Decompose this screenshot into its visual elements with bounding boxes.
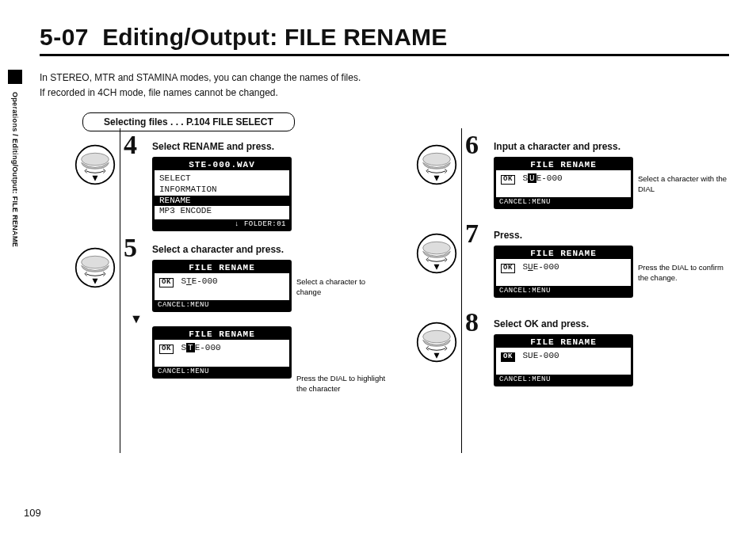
dial-icon <box>416 233 457 274</box>
lcd-footer: ↓ FOLDER:01 <box>155 219 289 229</box>
step-title: Select RENAME and press. <box>152 141 388 152</box>
step-7: 7 Press. FILE RENAME OK SUE-000 CANCEL:M… <box>416 225 729 314</box>
lcd-screen: FILE RENAME OK STE-000 CANCEL:MENU <box>152 326 292 379</box>
lcd-screen: FILE RENAME OK SUE-000 CANCEL:MENU <box>494 246 633 298</box>
lcd-value: OK STE-000 <box>159 276 284 287</box>
lcd-screen: STE-000.WAV SELECT INFORMATION RENAME MP… <box>152 157 292 231</box>
down-arrow-icon: ▼ <box>130 312 388 326</box>
lcd-title: STE-000.WAV <box>155 159 289 170</box>
intro-text: In STEREO, MTR and STAMINA modes, you ca… <box>40 70 729 100</box>
lcd-footer: CANCEL:MENU <box>496 197 631 207</box>
lcd-value: OK STE-000 <box>159 343 284 354</box>
ok-tag: OK <box>501 175 515 185</box>
column-left: 4 Select RENAME and press. STE-000.WAV S… <box>74 133 388 445</box>
page-title: 5-07 Editing/Output: FILE RENAME <box>40 24 729 56</box>
side-tab-marker <box>8 70 22 84</box>
lcd-screen: FILE RENAME OK SUE-000 CANCEL:MENU <box>494 334 633 386</box>
menu-item: SELECT <box>159 173 284 185</box>
step-5: 5 Select a character and press. FILE REN… <box>74 239 388 445</box>
ok-tag: OK <box>159 278 174 287</box>
step-6: 6 Input a character and press. FILE RENA… <box>416 136 729 225</box>
page-number: 109 <box>24 507 41 519</box>
dial-icon <box>74 247 116 288</box>
step-title: Select OK and press. <box>494 318 729 329</box>
lcd-footer: CANCEL:MENU <box>496 286 631 295</box>
lcd-title: FILE RENAME <box>155 329 289 340</box>
lcd-title: FILE RENAME <box>496 248 631 259</box>
step-number: 8 <box>465 309 479 336</box>
lcd-title: FILE RENAME <box>496 337 631 348</box>
step-number: 6 <box>465 131 479 158</box>
column-right: 6 Input a character and press. FILE RENA… <box>416 133 729 445</box>
side-tab-label: Operations / Editing/Output: FILE RENAME <box>11 87 19 247</box>
lcd-screen: FILE RENAME OK STE-000 CANCEL:MENU <box>152 260 292 312</box>
menu-item: INFORMATION <box>159 185 284 196</box>
lcd-footer: CANCEL:MENU <box>155 367 289 376</box>
ok-tag: OK <box>501 264 515 273</box>
dial-icon <box>416 144 457 185</box>
ok-tag: OK <box>159 345 174 354</box>
step-title: Press. <box>494 230 729 241</box>
section-number: 5-07 <box>40 24 89 50</box>
step-title: Select a character and press. <box>152 244 388 255</box>
step-note: Press the DIAL to highlight the characte… <box>296 374 391 394</box>
lcd-footer: CANCEL:MENU <box>155 300 289 310</box>
section-title: Editing/Output: FILE RENAME <box>102 24 447 50</box>
step-4: 4 Select RENAME and press. STE-000.WAV S… <box>74 136 388 239</box>
lcd-value: OK SUE-000 <box>501 351 626 362</box>
lcd-screen: FILE RENAME OK SUE-000 CANCEL:MENU <box>494 157 633 209</box>
step-number: 7 <box>465 220 479 247</box>
step-title: Input a character and press. <box>494 141 729 152</box>
file-select-reference: Selecting files . . . P.104 FILE SELECT <box>82 112 295 131</box>
menu-item: MP3 ENCODE <box>159 206 284 217</box>
lcd-title: FILE RENAME <box>155 262 289 273</box>
step-8: 8 Select OK and press. FILE RENAME OK SU… <box>416 314 729 394</box>
lcd-footer: CANCEL:MENU <box>496 375 631 384</box>
lcd-value: OK SUE-000 <box>501 262 626 273</box>
step-number: 5 <box>124 234 137 261</box>
step-note: Select a character with the DIAL <box>638 174 733 194</box>
menu-item-selected: RENAME <box>155 196 289 207</box>
step-note: Select a character to change <box>296 277 391 297</box>
step-note: Press the DIAL to confirm the change. <box>638 263 733 283</box>
side-tab: Operations / Editing/Output: FILE RENAME <box>8 70 22 247</box>
dial-icon <box>416 322 457 363</box>
ok-tag-selected: OK <box>501 352 515 362</box>
dial-icon <box>74 144 116 185</box>
lcd-value: OK SUE-000 <box>501 173 626 185</box>
lcd-title: FILE RENAME <box>496 159 631 170</box>
step-number: 4 <box>124 131 137 158</box>
